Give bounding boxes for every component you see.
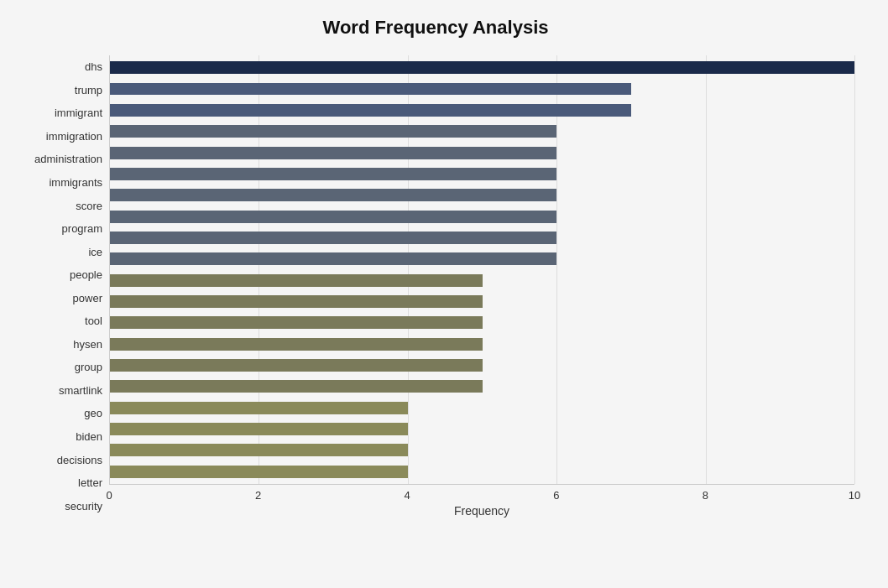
x-tick-label: 10 xyxy=(849,489,860,502)
bar-row xyxy=(110,312,854,333)
bar-row xyxy=(110,78,854,99)
y-axis-label: geo xyxy=(84,408,102,419)
y-axis-label: letter xyxy=(78,477,102,488)
x-tick-label: 2 xyxy=(255,489,261,502)
bars-section xyxy=(109,55,854,484)
y-axis-label: group xyxy=(75,362,102,372)
y-axis-label: immigration xyxy=(46,131,102,142)
chart-container: Word Frequency Analysis dhstrumpimmigran… xyxy=(0,0,888,588)
bar xyxy=(110,147,556,159)
chart-title: Word Frequency Analysis xyxy=(17,17,854,39)
bar xyxy=(110,125,556,138)
grid-line xyxy=(854,55,855,484)
bar-row xyxy=(110,164,854,185)
y-axis-label: immigrant xyxy=(55,107,102,118)
bar-row xyxy=(110,185,854,206)
y-axis-labels: dhstrumpimmigrantimmigrationadministrati… xyxy=(17,55,109,518)
bar-row xyxy=(110,100,854,121)
y-axis-label: security xyxy=(65,501,102,512)
bar xyxy=(110,252,556,265)
y-axis-label: administration xyxy=(34,154,102,164)
bar-row xyxy=(110,248,854,269)
bar xyxy=(110,295,483,308)
bar xyxy=(110,423,408,435)
bar xyxy=(110,466,408,478)
y-axis-label: program xyxy=(62,223,102,234)
x-axis: 0246810 Frequency xyxy=(109,484,854,518)
bar-row xyxy=(110,333,854,354)
bar-row xyxy=(110,206,854,226)
y-axis-label: ice xyxy=(88,247,102,258)
bar-row xyxy=(110,376,854,397)
bar xyxy=(110,316,483,329)
bar xyxy=(110,211,556,223)
y-axis-label: tool xyxy=(85,315,102,326)
bars-inner xyxy=(110,55,854,484)
bar-row xyxy=(110,440,854,461)
bar xyxy=(110,83,631,96)
bars-and-xaxis: 0246810 Frequency xyxy=(109,55,854,518)
x-tick-label: 4 xyxy=(405,489,410,502)
bar-row xyxy=(110,121,854,142)
bar xyxy=(110,104,631,117)
bar-row xyxy=(110,461,854,482)
bar-row xyxy=(110,142,854,163)
chart-area: dhstrumpimmigrantimmigrationadministrati… xyxy=(17,55,854,518)
bar-row xyxy=(110,355,854,376)
bar xyxy=(110,380,483,393)
y-axis-label: trump xyxy=(75,85,102,96)
bar xyxy=(110,274,483,287)
bar-row xyxy=(110,419,854,440)
bar xyxy=(110,338,483,351)
x-axis-title: Frequency xyxy=(454,504,509,518)
bar-row xyxy=(110,227,854,248)
bar xyxy=(110,61,854,74)
x-tick-label: 6 xyxy=(553,489,559,502)
bar xyxy=(110,359,483,372)
bar-row xyxy=(110,291,854,312)
y-axis-label: decisions xyxy=(57,455,102,466)
y-axis-label: dhs xyxy=(85,61,102,72)
y-axis-label: people xyxy=(70,269,102,280)
y-axis-label: hysen xyxy=(73,339,102,350)
bar xyxy=(110,232,556,244)
bar-row xyxy=(110,57,854,78)
bar xyxy=(110,402,408,414)
bar xyxy=(110,189,556,201)
x-tick-label: 8 xyxy=(703,489,708,502)
bar xyxy=(110,168,556,180)
bar-row xyxy=(110,398,854,419)
y-axis-label: biden xyxy=(76,431,102,442)
bar-row xyxy=(110,269,854,290)
y-axis-label: smartlink xyxy=(59,385,102,396)
x-tick-label: 0 xyxy=(106,489,112,502)
y-axis-label: immigrants xyxy=(49,177,102,188)
bar xyxy=(110,444,408,456)
y-axis-label: score xyxy=(76,200,102,211)
y-axis-label: power xyxy=(73,293,102,304)
